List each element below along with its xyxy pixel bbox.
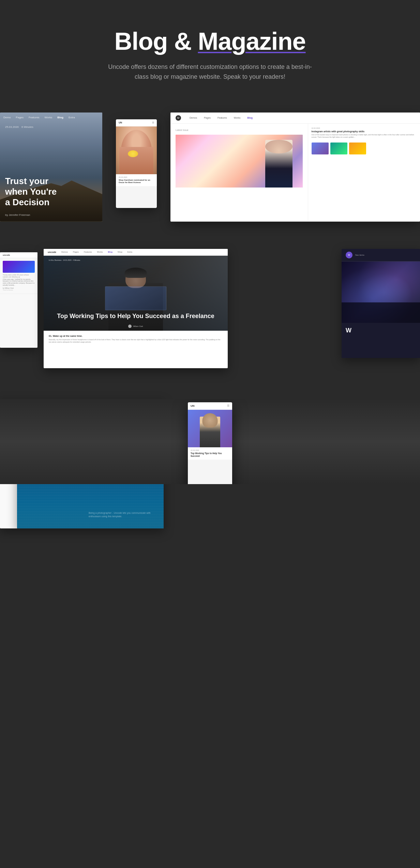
card5-author-bar: William Clark bbox=[44, 325, 228, 328]
card1-title-2: when You're bbox=[5, 186, 97, 197]
card1-author: by Jennifer Freeman bbox=[5, 213, 30, 216]
card3-sidebar: 10.02.2020 Instagram artists with great … bbox=[308, 124, 420, 221]
title-part1: Blog & bbox=[114, 28, 191, 55]
card3-main: Latest Issue bbox=[170, 124, 308, 221]
mobile-bottom-header: UN ☰ bbox=[188, 402, 232, 410]
card3-art-excerpt: One of the easiest ways to improve trave… bbox=[312, 134, 417, 138]
card1-content: Trust your when You're a Decision bbox=[5, 176, 97, 208]
mobile-bottom-hero bbox=[188, 410, 232, 447]
card3-logo: U bbox=[176, 115, 181, 121]
card1-meta: 25.03.2020 6 Minutes bbox=[5, 125, 33, 129]
bottom-section: UN ☰ 22.03.2020 Top Working Tips to Help… bbox=[0, 399, 420, 484]
page-title: Blog & Magazine bbox=[14, 27, 406, 55]
card2-header: UN ☰ bbox=[116, 119, 157, 126]
screenshots-row-2: uncode Young stars under 30 years whose … bbox=[0, 249, 420, 378]
card6-header: U Nav items bbox=[342, 249, 420, 261]
card3-article-1: 10.02.2020 Instagram artists with great … bbox=[312, 127, 417, 138]
blog-card-mobile-preview: UN ☰ 25.03.2020 Shay Garnham nominated f… bbox=[116, 119, 157, 208]
card2-logo: UN bbox=[119, 121, 122, 124]
hero-header: Blog & Magazine Uncode offers dozens of … bbox=[0, 0, 420, 102]
header-subtitle: Uncode offers dozens of different custom… bbox=[108, 62, 312, 82]
mobile-bottom-menu: ☰ bbox=[227, 404, 229, 407]
card5-meta: In Arts, Business · 14.01.2020 · 4 Minut… bbox=[49, 259, 80, 261]
card5-body: 01. Wake up at the same time. Naturally,… bbox=[44, 331, 228, 348]
card5-section: 01. Wake up at the same time. bbox=[49, 335, 223, 337]
thumb-3 bbox=[349, 143, 366, 154]
card1-title-1: Trust your bbox=[5, 176, 97, 186]
blog-card-featured: uncode DemosPagesFeaturesWorks BlogShopE… bbox=[44, 249, 228, 368]
card2-image bbox=[116, 126, 157, 174]
card3-thumbs bbox=[312, 143, 417, 154]
thumb-1 bbox=[312, 143, 329, 154]
card5-nav: uncode DemosPagesFeaturesWorks BlogShopE… bbox=[44, 249, 228, 256]
card2-text: 25.03.2020 Shay Garnham nominated for an… bbox=[116, 174, 157, 186]
card8-caption: Being a photographer - Uncode lets you c… bbox=[89, 511, 157, 518]
screenshots-row-1: DemoPagesFeaturesWorks BlogExtra 25.03.2… bbox=[0, 113, 420, 235]
card6-avatar: U bbox=[346, 252, 352, 258]
card5-title: Top Working Tips to Help You Succeed as … bbox=[44, 312, 228, 320]
card1-title-3: a Decision bbox=[5, 197, 97, 208]
blog-card-magazine: U DemosPagesFeaturesWorks Blog Latest Is… bbox=[170, 113, 420, 222]
card3-hero bbox=[176, 135, 303, 188]
card3-nav: U DemosPagesFeaturesWorks Blog bbox=[170, 113, 420, 124]
card2-date: 25.03.2020 bbox=[119, 176, 154, 178]
blog-card-article-list: uncode Young stars under 30 years whose … bbox=[0, 252, 38, 348]
card6-title-line1: W bbox=[346, 327, 416, 334]
mobile-bottom-title: Top Working Tips to Help You Succeed bbox=[191, 452, 229, 458]
card2-caption: Shay Garnham nominated for an Oscar for … bbox=[119, 179, 154, 184]
card6-title: W bbox=[342, 323, 420, 339]
mobile-bottom-date: 22.03.2020 bbox=[191, 449, 229, 451]
card3-art-date: 10.02.2020 bbox=[312, 127, 417, 129]
card4-article-1: Young stars under 30 years whose careers… bbox=[0, 258, 38, 294]
card6-hero bbox=[342, 261, 420, 323]
author-avatar bbox=[128, 325, 132, 328]
card5-body-text: Naturally, my first impression of these … bbox=[49, 339, 223, 344]
blog-card-dark-sidebar: U Nav items W bbox=[342, 249, 420, 358]
mobile-bottom-logo: UN bbox=[191, 404, 195, 407]
card5-author: William Clark bbox=[133, 325, 143, 327]
title-part2: Magazine bbox=[198, 28, 305, 55]
card1-nav: DemoPagesFeaturesWorks BlogExtra bbox=[3, 116, 99, 119]
card3-content: Latest Issue 10.02.2020 Instagram artist… bbox=[170, 124, 420, 221]
screenshots-row-3: DemosPagesFeaturesWorks BlogShopExtra 🔍 … bbox=[0, 399, 420, 542]
card5-hero: In Arts, Business · 14.01.2020 · 4 Minut… bbox=[44, 256, 228, 331]
card3-issue: Latest Issue bbox=[176, 129, 303, 131]
blog-card-mobile-bottom: UN ☰ 22.03.2020 Top Working Tips to Help… bbox=[188, 402, 232, 484]
thumb-2 bbox=[330, 143, 347, 154]
card5-logo: uncode bbox=[48, 251, 56, 253]
mobile-bottom-content: 22.03.2020 Top Working Tips to Help You … bbox=[188, 447, 232, 460]
blog-card-trust: DemoPagesFeaturesWorks BlogExtra 25.03.2… bbox=[0, 113, 102, 222]
card3-art-title: Instagram artists with great photography… bbox=[312, 130, 417, 133]
